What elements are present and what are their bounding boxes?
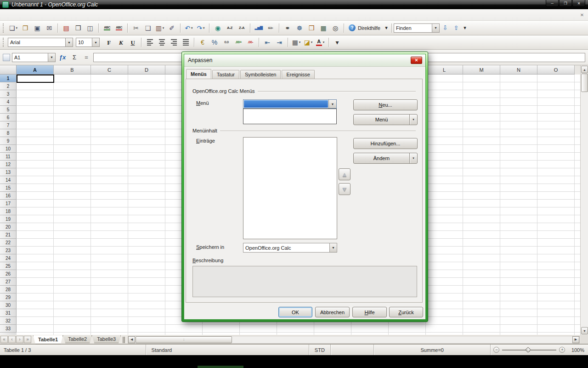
undo-icon[interactable]: ↶▾ [183,23,194,34]
column-header-O[interactable]: O [537,65,575,75]
insert-chart-icon[interactable]: ▂▅▇ [253,23,264,34]
sheet-tab-tabelle1[interactable]: Tabelle1 [33,335,63,344]
number-format-standard-icon[interactable]: 0.0 [221,37,232,48]
row-header-20[interactable]: 20 [0,223,17,231]
name-box[interactable]: A1 ▼ [12,53,56,62]
save-in-combobox[interactable]: OpenOffice.org Calc ▼ [243,243,337,253]
borders-icon[interactable]: ▦▾ [291,37,302,48]
undo-dropdown-icon[interactable]: ▾ [191,26,193,30]
horizontal-scrollbar-thumb[interactable]: ⁞ [136,336,232,343]
menu-button-dropdown-icon[interactable]: ▾ [410,118,417,121]
document-close-icon[interactable]: ✕ [578,11,586,18]
font-size-dropdown-icon[interactable]: ▼ [92,38,99,46]
column-header-N[interactable]: N [500,65,537,75]
number-format-percent-icon[interactable]: % [209,37,220,48]
font-color-icon[interactable]: A▾ [315,37,326,48]
menu-combobox[interactable]: ▼ [243,99,337,109]
zoom-slider-track[interactable] [502,350,556,351]
row-header-10[interactable]: 10 [0,145,17,153]
italic-icon[interactable]: K [115,37,126,48]
row-header-9[interactable]: 9 [0,137,17,145]
find-next-icon[interactable]: ⇩ [440,23,451,34]
sheet-tab-tabelle2[interactable]: Tabelle2 [63,335,92,343]
gallery-icon[interactable]: ❒ [306,23,317,34]
vertical-scrollbar[interactable]: ▲ ▼ [580,65,588,335]
select-all-corner[interactable] [0,65,17,75]
borders-dropdown-icon[interactable]: ▾ [299,40,301,44]
dialog-close-icon[interactable]: ✕ [411,57,422,64]
page-preview-icon[interactable]: ◫ [85,23,96,34]
close-button[interactable]: ✕ [572,0,585,7]
hyperlink-icon[interactable]: ◉ [212,23,223,34]
data-sources-icon[interactable]: ▦ [318,23,329,34]
row-header-7[interactable]: 7 [0,121,17,129]
row-header-18[interactable]: 18 [0,207,17,215]
new-button[interactable]: Neu... [353,99,418,110]
row-header-16[interactable]: 16 [0,192,17,200]
sort-descending-icon[interactable]: Z-A [236,23,247,34]
cut-icon[interactable]: ✂ [130,23,141,34]
direct-help-dropdown-icon[interactable]: ▾ [383,23,390,34]
zoom-out-icon[interactable]: − [493,347,499,353]
paste-dropdown-icon[interactable]: ▾ [163,26,164,30]
row-header-31[interactable]: 31 [0,309,17,317]
move-up-button[interactable]: ▲ [339,168,351,180]
delete-decimal-icon[interactable]: .00- [245,37,256,48]
help-button[interactable]: Hilfe [352,307,387,317]
move-down-button[interactable]: ▼ [339,183,351,195]
formula-icon[interactable]: = [81,53,91,62]
column-header-L[interactable]: L [426,65,463,75]
row-header-12[interactable]: 12 [0,161,17,168]
dialog-tab-symbolleisten[interactable]: Symbolleisten [240,70,281,79]
horizontal-scrollbar[interactable]: ◀ ⁞ ▶ [128,336,580,344]
back-button[interactable]: Zurück [389,307,423,317]
toolbar-options-icon[interactable]: ▾ [462,23,468,34]
print-icon[interactable]: ❒ [73,23,84,34]
zoom-slider-handle[interactable] [526,347,531,353]
row-header-19[interactable]: 19 [0,215,17,223]
scroll-left-icon[interactable]: ◀ [128,336,135,343]
previous-sheet-icon[interactable]: ‹ [8,336,16,343]
menu-combobox-dropdown-list[interactable] [243,109,337,124]
row-header-17[interactable]: 17 [0,200,17,207]
dialog-titlebar[interactable]: Anpassen ✕ [184,54,425,67]
row-header-25[interactable]: 25 [0,262,17,270]
row-header-27[interactable]: 27 [0,278,17,286]
column-header-C[interactable]: C [91,65,128,75]
draw-functions-icon[interactable]: ✏ [265,23,276,34]
save-in-value[interactable]: OpenOffice.org Calc [243,243,329,252]
find-input[interactable]: Finden [394,24,432,32]
row-header-14[interactable]: 14 [0,176,17,184]
bold-icon[interactable]: F [103,37,114,48]
entries-listbox[interactable] [243,137,337,239]
column-header-A[interactable]: A [17,65,54,75]
row-header-29[interactable]: 29 [0,293,17,301]
find-replace-icon[interactable]: ⚭ [282,23,293,34]
row-header-21[interactable]: 21 [0,231,17,239]
export-pdf-icon[interactable]: ▤ [61,23,72,34]
add-decimal-icon[interactable]: .00+ [233,37,244,48]
background-color-icon[interactable]: ◪▾ [303,37,314,48]
dialog-tab-tastatur[interactable]: Tastatur [212,70,239,79]
redo-dropdown-icon[interactable]: ▾ [203,26,205,30]
row-header-22[interactable]: 22 [0,239,17,247]
new-document-icon[interactable]: ❏▾ [8,23,19,34]
find-dropdown-icon[interactable]: ▼ [432,24,439,32]
find-combobox[interactable]: Finden ▼ [394,23,440,33]
save-icon[interactable]: ▣ [32,23,43,34]
dialog-tab-ereignisse[interactable]: Ereignisse [282,70,314,79]
row-header-28[interactable]: 28 [0,286,17,293]
column-header-D[interactable]: D [128,65,165,75]
redo-icon[interactable]: ↷▾ [195,23,206,34]
next-sheet-icon[interactable]: › [16,336,23,343]
increase-indent-icon[interactable]: ⇥ [274,37,285,48]
save-in-dropdown-icon[interactable]: ▼ [329,243,337,252]
row-header-13[interactable]: 13 [0,168,17,176]
email-document-icon[interactable]: ✉ [44,23,55,34]
font-size-value[interactable]: 10 [76,38,92,46]
row-header-24[interactable]: 24 [0,254,17,262]
column-header-M[interactable]: M [463,65,500,75]
ok-button[interactable]: OK [278,307,312,317]
font-name-value[interactable]: Arial [8,38,65,46]
row-header-3[interactable]: 3 [0,90,17,98]
